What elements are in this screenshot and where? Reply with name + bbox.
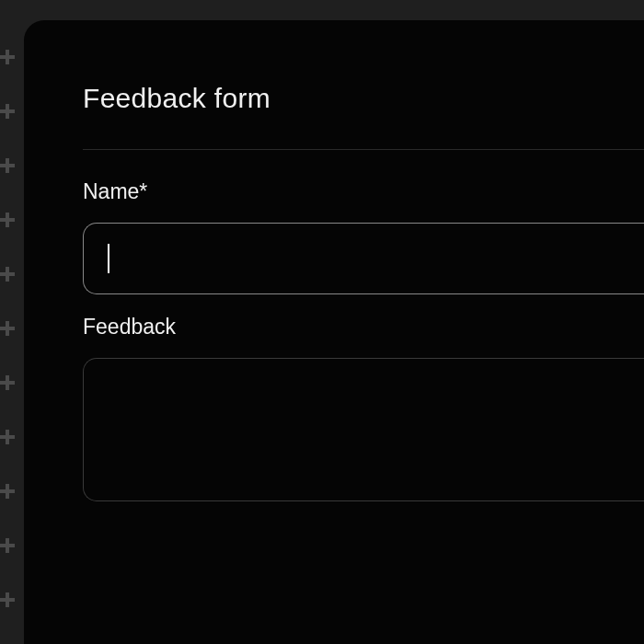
plus-icon [0,158,15,173]
feedback-field-group: Feedback [83,315,644,505]
name-field-group: Name* [83,179,644,294]
plus-icon [0,430,15,444]
divider [83,149,644,150]
feedback-form-card: Feedback form Name* Feedback [24,20,644,644]
plus-icon [0,484,15,499]
plus-icon [0,538,15,553]
plus-icon [0,267,15,282]
plus-icon [0,213,15,227]
plus-icon [0,50,15,64]
name-input-wrapper [83,223,644,294]
text-cursor [108,244,109,273]
plus-icon [0,592,15,607]
feedback-label: Feedback [83,315,644,339]
feedback-textarea[interactable] [83,358,644,501]
name-label: Name* [83,179,644,204]
plus-icon [0,321,15,336]
plus-icon [0,375,15,390]
form-title: Feedback form [83,83,644,114]
plus-icon [0,104,15,119]
name-input[interactable] [83,223,644,294]
